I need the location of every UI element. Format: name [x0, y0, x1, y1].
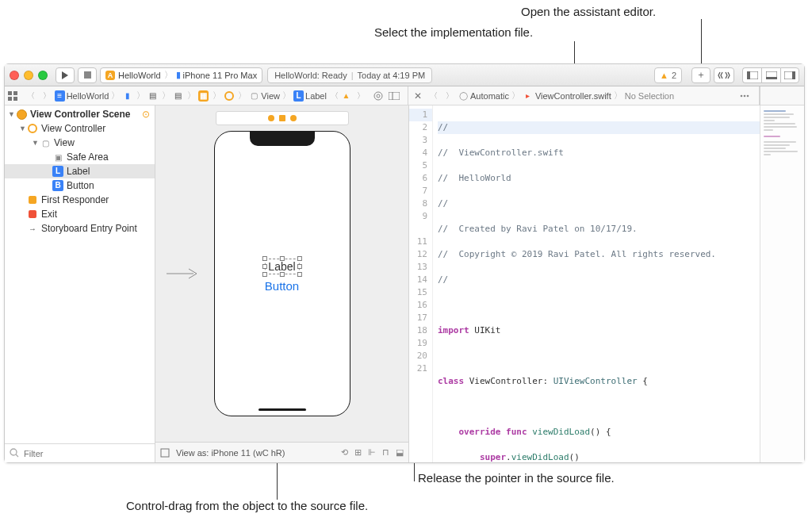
source-editor[interactable]: 12345 6789 1112131415 161718192021 // //…: [409, 105, 804, 462]
resize-handle[interactable]: [279, 256, 284, 261]
code-area[interactable]: // // ViewController.swift // HelloWorld…: [433, 105, 760, 462]
svg-marker-0: [62, 71, 68, 79]
warning-icon: ▲: [660, 71, 668, 80]
svg-rect-7: [792, 71, 795, 79]
outline-exit[interactable]: Exit: [5, 207, 155, 221]
filter-input[interactable]: [24, 449, 150, 458]
safe-area-icon: ▣: [52, 151, 63, 163]
outline-vc[interactable]: ▼ View Controller: [5, 121, 155, 136]
pin-icon[interactable]: ⊞: [354, 447, 362, 458]
issues-indicator[interactable]: ▲ 2: [654, 67, 682, 83]
scene-icon: [17, 109, 27, 120]
svg-rect-19: [29, 196, 36, 204]
svg-rect-11: [13, 97, 17, 101]
back-small[interactable]: 〈: [327, 90, 343, 102]
adjust-icon[interactable]: [373, 91, 389, 101]
outline-entry[interactable]: → Storyboard Entry Point: [5, 221, 155, 236]
toggle-inspector-button[interactable]: [780, 67, 799, 83]
button-object[interactable]: Button: [264, 279, 299, 293]
svg-rect-9: [13, 91, 17, 95]
resize-handle[interactable]: [262, 256, 266, 261]
svg-point-16: [741, 94, 743, 97]
stop-button[interactable]: [78, 67, 97, 83]
editor-options-icon[interactable]: [740, 91, 756, 101]
back-button[interactable]: 〈: [24, 90, 40, 102]
resize-handle[interactable]: [262, 264, 266, 269]
breadcrumb[interactable]: ◯ Automatic〉 ▸ ViewController.swift〉 No …: [458, 90, 674, 102]
device-icon: ▮: [176, 70, 181, 80]
outline-toggle-icon[interactable]: [389, 92, 404, 100]
app-icon: A: [105, 71, 115, 80]
dot-icon: [268, 115, 274, 121]
counterparts-icon: ◯: [458, 90, 469, 102]
svg-point-12: [374, 92, 382, 100]
scheme-selector[interactable]: A HelloWorld 〉 ▮ iPhone 11 Pro Max: [100, 67, 262, 83]
svg-point-21: [10, 449, 17, 455]
svg-rect-14: [389, 92, 400, 100]
panel-toggles: [742, 67, 799, 83]
canvas-jumpbar: 〈 〉 ≡ HelloWorld〉 ▮〉 ▤〉 ▤〉 ▦〉 〉 ▢ View〉 …: [5, 86, 408, 105]
outline-button[interactable]: B Button: [5, 178, 155, 193]
related-items-icon[interactable]: [8, 91, 24, 101]
outline-label[interactable]: L Label: [5, 164, 155, 178]
svg-rect-5: [766, 77, 777, 79]
embed-icon[interactable]: ⊓: [382, 447, 389, 458]
device-config-label[interactable]: View as: iPhone 11 (wC hR): [176, 448, 285, 458]
outline-safe-area[interactable]: ▣ Safe Area: [5, 150, 155, 164]
warning-icon[interactable]: ▲: [342, 91, 350, 100]
svg-point-17: [744, 94, 746, 97]
dot-icon: [290, 115, 297, 121]
forward-small[interactable]: 〉: [353, 90, 369, 102]
label-icon: L: [52, 166, 63, 177]
label-icon: L: [293, 90, 304, 102]
toggle-navigator-button[interactable]: [742, 67, 761, 83]
notch: [250, 132, 315, 146]
canvas-area[interactable]: Label Button: [155, 105, 408, 442]
scene-options-icon[interactable]: ⊙: [142, 109, 150, 120]
outline-view[interactable]: ▼ ▢ View: [5, 136, 155, 150]
scene-titlebar[interactable]: [216, 111, 349, 125]
callout-assistant: Open the assistant editor.: [521, 5, 656, 18]
toggle-debug-button[interactable]: [761, 67, 780, 83]
file-icon: ▤: [147, 90, 158, 102]
window-controls[interactable]: [10, 71, 48, 80]
svg-point-18: [747, 94, 749, 97]
minimize-icon[interactable]: [24, 71, 33, 80]
zoom-icon[interactable]: [38, 71, 48, 80]
toggle-bounds-icon[interactable]: [160, 448, 170, 458]
resize-handle[interactable]: [279, 272, 284, 277]
canvas-bottom-bar: View as: iPhone 11 (wC hR) ⟲ ⊞ ⊩ ⊓ ⬓: [155, 442, 408, 462]
align-icon[interactable]: ⟲: [341, 447, 348, 458]
resize-handle[interactable]: [262, 272, 266, 277]
assistant-editor-button[interactable]: [714, 67, 734, 83]
resize-handle[interactable]: [297, 272, 302, 277]
dot-icon: [279, 115, 285, 121]
resolve-icon[interactable]: ⊩: [368, 447, 376, 458]
outline-first-responder[interactable]: First Responder: [5, 193, 155, 207]
project-icon: ≡: [55, 90, 65, 102]
outline-filter[interactable]: [5, 443, 155, 462]
file-icon: ▤: [173, 90, 183, 102]
minimap[interactable]: [760, 105, 804, 462]
svg-rect-24: [161, 449, 169, 457]
forward-button[interactable]: 〉: [442, 90, 458, 102]
library-button[interactable]: ＋: [691, 67, 710, 83]
svg-rect-10: [8, 97, 12, 101]
entry-arrow-icon: [167, 268, 198, 279]
back-button[interactable]: 〈: [426, 90, 442, 102]
interface-builder-canvas: Label Button: [155, 105, 409, 462]
svg-line-22: [16, 454, 18, 457]
run-button[interactable]: [56, 67, 75, 83]
folder-icon: ▮: [122, 90, 132, 102]
update-frames-icon[interactable]: ⬓: [396, 447, 404, 458]
close-editor-button[interactable]: ✕: [410, 90, 426, 102]
selected-label-object[interactable]: Label Button: [264, 259, 299, 293]
first-responder-icon: [27, 194, 38, 205]
breadcrumb[interactable]: ≡ HelloWorld〉 ▮〉 ▤〉 ▤〉 ▦〉 〉 ▢ View〉 L La…: [55, 90, 327, 102]
forward-button[interactable]: 〉: [39, 90, 55, 102]
outline-scene[interactable]: ▼ View Controller Scene ⊙: [5, 107, 155, 121]
resize-handle[interactable]: [297, 256, 302, 261]
scheme-project: HelloWorld: [118, 71, 161, 80]
resize-handle[interactable]: [297, 264, 302, 269]
close-icon[interactable]: [10, 71, 19, 80]
